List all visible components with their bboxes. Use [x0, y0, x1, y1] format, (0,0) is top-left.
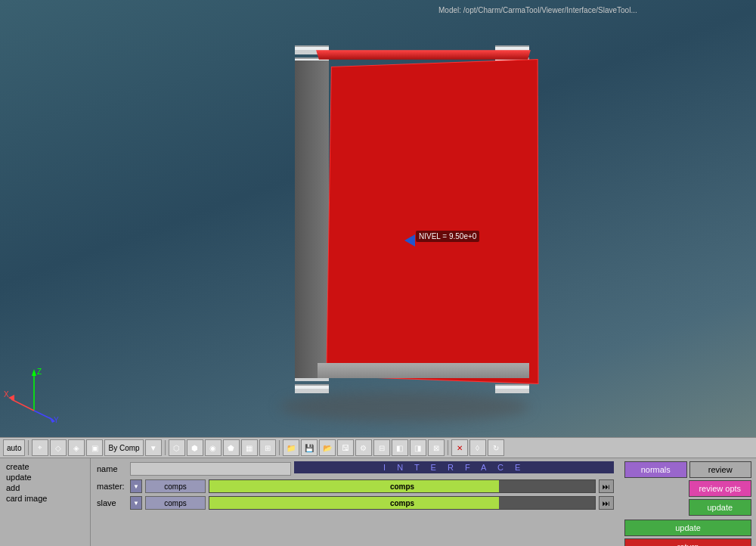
tb-icon-16[interactable]: ⊟: [373, 439, 390, 456]
right-buttons: normals review review opts update update…: [620, 458, 756, 546]
master-comps-btn[interactable]: comps: [145, 479, 206, 493]
tb-icon-7[interactable]: ◉: [205, 439, 222, 456]
master-row: master: ▼ comps comps ⏭: [97, 479, 614, 493]
normals-btn[interactable]: normals: [624, 461, 687, 478]
svg-text:Z: Z: [37, 368, 42, 376]
center-panel: name I N T E R F A C E master: ▼ comps c…: [91, 458, 620, 546]
tb-icon-4[interactable]: ▣: [86, 439, 103, 456]
auto-dropdown[interactable]: auto: [3, 439, 25, 456]
sep-1: [28, 440, 29, 455]
slave-row: slave ▼ comps comps ⏭: [97, 496, 614, 510]
tb-icon-10[interactable]: ⊞: [259, 439, 276, 456]
svg-text:Y: Y: [54, 416, 59, 424]
3d-viewport[interactable]: Model: /opt/Charm/CarmaTool/Viewer/Inter…: [0, 0, 756, 437]
tb-icon-14[interactable]: 🖫: [337, 439, 354, 456]
slave-progress-bar: comps: [209, 496, 596, 510]
tb-icon-17[interactable]: ◧: [392, 439, 408, 456]
left-face: [295, 60, 329, 378]
master-label: master:: [97, 482, 127, 491]
title-text: Model: /opt/Charm/CarmaTool/Viewer/Inter…: [438, 6, 637, 14]
sep-2: [165, 440, 166, 455]
sep-3: [279, 440, 280, 455]
toolbar: auto ⌖ ◇ ◈ ▣ By Comp ▼ ⬡ ⬢ ◉ ⬟ ▦ ⊞ 📁 💾 📂…: [0, 437, 756, 458]
tb-icon-6[interactable]: ⬢: [187, 439, 203, 456]
slave-progress-label: comps: [390, 499, 414, 507]
tb-dropdown-arrow[interactable]: ▼: [145, 439, 162, 456]
master-progress-bar: comps: [209, 479, 596, 493]
cursor-arrow: [404, 234, 415, 247]
tb-icon-18[interactable]: ◨: [410, 439, 426, 456]
update-top-btn[interactable]: update: [689, 499, 752, 516]
tb-icon-3[interactable]: ◈: [68, 439, 85, 456]
tb-icon-12[interactable]: 💾: [301, 439, 318, 456]
review-opts-btn[interactable]: review opts: [689, 480, 752, 497]
update-bottom-btn[interactable]: update: [624, 520, 751, 536]
tb-icon-9[interactable]: ▦: [241, 439, 258, 456]
svg-marker-1: [32, 369, 36, 376]
slave-comps-btn[interactable]: comps: [145, 496, 206, 510]
master-progress-label: comps: [390, 482, 414, 491]
review-btn[interactable]: review: [689, 461, 752, 478]
slave-progress-fill: [209, 497, 499, 509]
top-edge: [316, 50, 531, 60]
tb-icon-2[interactable]: ◇: [50, 439, 67, 456]
tb-icon-8[interactable]: ⬟: [223, 439, 240, 456]
tb-icon-red[interactable]: ✕: [451, 439, 468, 456]
cursor-tooltip: NIVEL = 9.50e+0: [416, 231, 479, 242]
by-comp-dropdown[interactable]: By Comp: [104, 439, 143, 456]
master-dropdown[interactable]: ▼: [130, 479, 142, 493]
cmd-add[interactable]: add: [6, 482, 84, 493]
cmd-card-image[interactable]: card image: [6, 493, 84, 504]
tb-icon-1[interactable]: ⌖: [32, 439, 48, 456]
axes-indicator: Z X Y: [4, 365, 60, 426]
tb-icon-19[interactable]: ⊠: [428, 439, 445, 456]
return-btn[interactable]: return: [624, 538, 751, 546]
tb-icon-11[interactable]: 📁: [283, 439, 299, 456]
svg-text:X: X: [4, 390, 9, 399]
left-commands: create update add card image: [0, 458, 91, 546]
slave-nav-btn[interactable]: ⏭: [599, 496, 614, 510]
slave-label: slave: [97, 498, 127, 507]
floor-shadow: [280, 392, 529, 422]
master-nav-btn[interactable]: ⏭: [599, 479, 614, 493]
master-progress-fill: [209, 480, 499, 492]
slave-dropdown[interactable]: ▼: [130, 496, 142, 510]
cmd-create[interactable]: create: [6, 461, 84, 472]
bottom-edge: [318, 363, 529, 378]
tb-icon-20[interactable]: ◊: [469, 439, 486, 456]
bottom-panel: create update add card image name I N T …: [0, 458, 756, 546]
tb-icon-5[interactable]: ⬡: [169, 439, 185, 456]
red-face: [326, 59, 538, 384]
3d-panel-object: [287, 45, 529, 378]
svg-line-3: [11, 399, 34, 411]
tb-icon-13[interactable]: 📂: [319, 439, 336, 456]
cmd-update[interactable]: update: [6, 472, 84, 482]
tb-icon-21[interactable]: ↻: [488, 439, 504, 456]
name-label: name: [97, 464, 127, 473]
interface-title: I N T E R F A C E: [294, 461, 614, 473]
tb-icon-15[interactable]: ⚙: [355, 439, 372, 456]
sep-4: [448, 440, 448, 455]
